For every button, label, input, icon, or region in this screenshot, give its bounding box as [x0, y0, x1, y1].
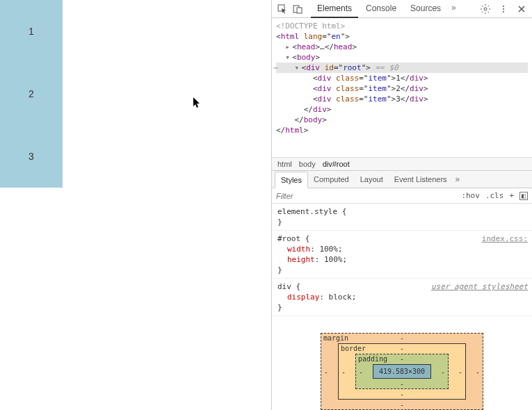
tab-styles[interactable]: Styles: [275, 172, 308, 188]
hov-toggle[interactable]: :hov: [461, 191, 480, 200]
svg-point-6: [503, 11, 504, 13]
svg-point-5: [503, 8, 504, 10]
close-icon[interactable]: [514, 1, 529, 17]
tab-sources[interactable]: Sources: [404, 0, 447, 18]
tabs-overflow-icon[interactable]: »: [449, 0, 459, 18]
breadcrumb-body[interactable]: body: [299, 160, 316, 168]
devtools-panel: Elements Console Sources » <!DOCTYPE htm…: [271, 0, 532, 410]
ua-label: user agent stylesheet: [431, 281, 528, 292]
rule-element-style[interactable]: element.style { }: [272, 204, 532, 231]
doctype-node: <!DOCTYPE html>: [276, 22, 345, 31]
breadcrumb[interactable]: html body div#root: [272, 157, 532, 171]
rule-source-link[interactable]: index.css:: [482, 233, 528, 244]
cursor-icon: [193, 97, 202, 111]
list-item: 2: [0, 63, 63, 125]
page-viewport: 1 2 3: [0, 0, 271, 410]
svg-point-4: [503, 6, 504, 7]
kebab-icon[interactable]: [496, 1, 511, 17]
selected-dom-node[interactable]: ⋯ ▾<div id="root"> == $0: [276, 63, 528, 73]
box-content[interactable]: 419.583×300: [373, 364, 431, 379]
rule-root[interactable]: index.css: #root { width: 100%; height: …: [272, 231, 532, 279]
list-item: 1: [0, 0, 63, 63]
device-toggle-icon[interactable]: [290, 1, 305, 17]
breadcrumb-root[interactable]: div#root: [323, 160, 350, 168]
gear-icon[interactable]: [478, 1, 493, 17]
tab-layout[interactable]: Layout: [355, 172, 389, 187]
list-item: 3: [0, 125, 63, 188]
toggle-classes-icon[interactable]: ◧: [519, 192, 528, 200]
inspect-icon[interactable]: [275, 1, 290, 17]
box-border[interactable]: border ---- padding ---- 419.583×300: [338, 343, 466, 400]
svg-point-3: [484, 8, 487, 10]
styles-rules: element.style { } index.css: #root { wid…: [272, 204, 532, 316]
rule-div-ua[interactable]: user agent stylesheet div { display: blo…: [272, 279, 532, 316]
box-margin[interactable]: margin ---- border ---- padding ---- 419…: [321, 333, 483, 410]
styles-tabbar: Styles Computed Layout Event Listeners »: [272, 171, 532, 188]
tab-console[interactable]: Console: [360, 0, 403, 18]
breadcrumb-html[interactable]: html: [277, 160, 292, 168]
tab-computed[interactable]: Computed: [308, 172, 355, 187]
box-model: margin ---- border ---- padding ---- 419…: [272, 316, 532, 410]
box-padding[interactable]: padding ---- 419.583×300: [355, 354, 449, 389]
devtools-toolbar: Elements Console Sources »: [272, 0, 532, 18]
cls-toggle[interactable]: .cls: [485, 191, 504, 200]
styles-filter-row: :hov .cls + ◧: [272, 188, 532, 204]
styles-overflow-icon[interactable]: »: [453, 172, 463, 187]
new-rule-button[interactable]: +: [509, 191, 514, 200]
svg-rect-2: [297, 8, 302, 13]
tab-event-listeners[interactable]: Event Listeners: [389, 172, 453, 187]
tab-elements[interactable]: Elements: [311, 0, 358, 18]
styles-filter-input[interactable]: [276, 192, 461, 200]
elements-tree[interactable]: <!DOCTYPE html> <html lang="en"> ▸<head>…: [272, 18, 532, 157]
